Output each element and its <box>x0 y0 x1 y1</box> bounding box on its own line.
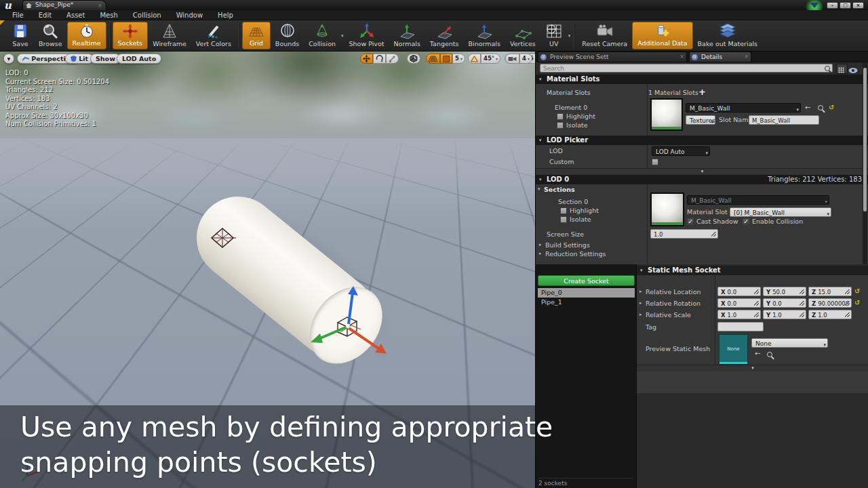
build-settings-label[interactable]: Build Settings <box>545 241 590 249</box>
material-slot-combo[interactable]: [0] M_Basic_Wall ▾ <box>730 207 831 217</box>
location-y-field[interactable]: Y50.0 <box>763 287 806 296</box>
binormals-button[interactable]: Binormals <box>464 22 505 49</box>
collapsed-icon[interactable]: ▸ <box>639 300 642 306</box>
rotation-z-field[interactable]: Z90.000008 <box>808 298 852 308</box>
custom-checkbox[interactable] <box>652 159 658 165</box>
socket-list-item-pipe0[interactable]: Pipe_0 <box>538 288 635 298</box>
enable-collision-checkbox[interactable]: ✓ <box>743 218 749 225</box>
uv-button[interactable]: UV <box>540 22 568 49</box>
section-material-thumbnail[interactable] <box>650 192 684 226</box>
bounds-button[interactable]: Bounds <box>271 22 304 49</box>
menu-item-collision[interactable]: Collision <box>126 12 168 19</box>
wireframe-button[interactable]: Wireframe <box>148 22 191 49</box>
tab-preview-scene-settings[interactable]: i Preview Scene Sett × <box>538 52 687 62</box>
maximize-button[interactable]: □ <box>840 2 851 9</box>
sockets-button[interactable]: Sockets <box>113 22 149 49</box>
viewport-options-button[interactable]: ▾ <box>3 54 14 64</box>
scale-y-field[interactable]: Y1.0 <box>763 310 806 319</box>
minimize-button[interactable]: – <box>827 2 838 9</box>
browse-to-asset-icon[interactable] <box>818 105 823 110</box>
lod-picker-header[interactable]: ▾ LOD Picker <box>536 136 868 145</box>
collision-button[interactable]: Collision <box>304 22 340 49</box>
static-mesh-socket-header[interactable]: ▾ Static Mesh Socket <box>637 266 868 275</box>
tab-close-icon[interactable]: × <box>744 52 749 62</box>
scale-z-field[interactable]: Z1.0 <box>808 310 852 319</box>
collapsed-icon[interactable]: ▸ <box>639 289 642 294</box>
display-filter-button[interactable] <box>836 64 848 74</box>
collision-dropdown-icon[interactable]: ▾ <box>341 33 344 39</box>
drag-handle-icon[interactable] <box>800 301 804 306</box>
browse-button[interactable]: Browse <box>34 22 67 49</box>
drag-handle-icon[interactable] <box>800 312 804 317</box>
socket-list-item-pipe1[interactable]: Pipe_1 <box>538 298 635 307</box>
rotation-x-field[interactable]: X0.0 <box>717 298 761 308</box>
slot-name-input[interactable]: M_Basic_Wall <box>749 115 819 125</box>
bake-out-materials-button[interactable]: Bake out Materials <box>693 22 763 49</box>
show-pivot-button[interactable]: Show Pivot <box>344 22 389 49</box>
collapsed-icon[interactable]: ▸ <box>539 251 542 256</box>
section-isolate-checkbox[interactable] <box>560 216 567 223</box>
tab-close-icon[interactable]: × <box>98 1 102 10</box>
collapsed-icon[interactable]: ▸ <box>639 312 642 317</box>
socket-details-expander[interactable]: ▾ <box>637 365 868 371</box>
expanded-icon[interactable]: ▾ <box>538 186 540 192</box>
vertices-button[interactable]: Vertices <box>505 22 540 49</box>
drag-handle-icon[interactable] <box>845 312 850 317</box>
lit-button[interactable]: Lit <box>65 54 94 64</box>
location-z-field[interactable]: Z15.0 <box>808 287 852 296</box>
uv-dropdown-icon[interactable]: ▾ <box>568 33 571 39</box>
transform-gizmo[interactable] <box>305 285 397 366</box>
browse-to-asset-icon[interactable] <box>767 352 772 357</box>
drag-handle-icon[interactable] <box>754 312 759 317</box>
camera-speed-icon-button[interactable] <box>505 54 519 64</box>
asset-window-tab[interactable]: Shape_Pipe* × <box>22 0 106 10</box>
highlight-checkbox[interactable] <box>557 113 564 120</box>
reduction-settings-label[interactable]: Reduction Settings <box>545 250 606 258</box>
create-socket-button[interactable]: Create Socket <box>538 275 635 286</box>
cast-shadow-checkbox[interactable]: ✓ <box>687 218 694 225</box>
add-material-slot-button[interactable]: + <box>698 87 706 97</box>
normals-button[interactable]: Normals <box>389 22 425 49</box>
lod-combo[interactable]: LOD Auto ▾ <box>652 146 710 156</box>
drag-handle-icon[interactable] <box>711 232 716 237</box>
tab-close-icon[interactable]: × <box>679 52 684 62</box>
location-x-field[interactable]: X0.0 <box>717 287 761 296</box>
lod0-header[interactable]: ▾ LOD 0 Triangles: 212 Vertices: 183 <box>536 175 868 184</box>
vert-colors-button[interactable]: Vert Colors <box>191 22 236 49</box>
drag-handle-icon[interactable] <box>845 301 850 306</box>
screen-size-input[interactable]: 1.0 <box>650 229 718 239</box>
drag-handle-icon[interactable] <box>754 289 759 294</box>
preview-mesh-combo[interactable]: None ▾ <box>751 338 828 348</box>
save-button[interactable]: Save <box>7 22 34 49</box>
scale-x-field[interactable]: X1.0 <box>717 310 761 319</box>
reset-camera-button[interactable]: Reset Camera <box>577 22 632 49</box>
menu-item-window[interactable]: Window <box>170 12 210 19</box>
use-selected-icon[interactable]: ← <box>805 104 810 111</box>
menu-item-asset[interactable]: Asset <box>60 12 92 19</box>
tag-input[interactable] <box>717 322 764 331</box>
lod-picker-expander[interactable]: ▾ <box>536 168 868 175</box>
angle-snap-toggle[interactable] <box>468 54 481 64</box>
section-highlight-checkbox[interactable] <box>560 207 567 214</box>
reset-rotation-icon[interactable]: ↺ <box>854 299 860 306</box>
tangents-button[interactable]: Tangents <box>425 22 464 49</box>
rotate-mode-button[interactable] <box>373 54 386 64</box>
search-input[interactable] <box>540 64 833 73</box>
close-button[interactable]: × <box>852 2 864 9</box>
angle-snap-value-button[interactable]: 45°▾ <box>481 54 500 64</box>
reset-material-icon[interactable]: ↺ <box>829 104 834 111</box>
grid-snap-size-button[interactable]: 5▾ <box>452 54 465 64</box>
menu-item-mesh[interactable]: Mesh <box>93 12 124 19</box>
drag-handle-icon[interactable] <box>845 289 850 294</box>
menu-item-file[interactable]: File <box>5 12 31 19</box>
grid-button[interactable]: Grid <box>242 22 271 49</box>
grid-snap-swatch[interactable] <box>440 54 452 64</box>
additional-data-button[interactable]: Additional Data <box>632 22 692 49</box>
material-thumbnail[interactable] <box>650 98 683 131</box>
menu-item-edit[interactable]: Edit <box>32 12 58 19</box>
world-local-toggle-button[interactable] <box>407 54 420 64</box>
rotation-y-field[interactable]: Y0.0 <box>763 298 806 308</box>
details-scrollbar[interactable] <box>863 62 867 264</box>
section-material-combo[interactable]: M_Basic_Wall ▾ <box>687 195 829 205</box>
tab-details[interactable]: i Details × <box>689 52 751 62</box>
